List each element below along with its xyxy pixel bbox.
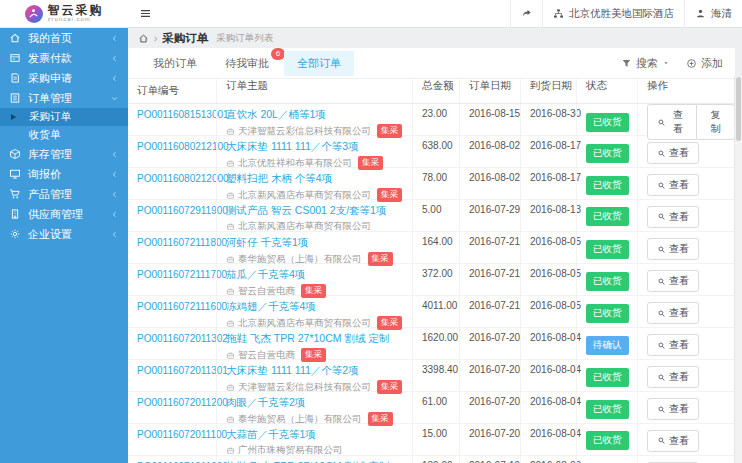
vertical-scrollbar[interactable] bbox=[734, 76, 742, 463]
order-id-link[interactable]: PO00116080212100 bbox=[137, 141, 229, 152]
order-id-link[interactable]: PO00116072111600 bbox=[137, 301, 227, 312]
action-button-查看[interactable]: 查看 bbox=[647, 104, 697, 140]
search-button[interactable]: 搜索 bbox=[621, 56, 670, 71]
status-cell: 已收货 bbox=[576, 392, 637, 426]
magnifier-icon bbox=[657, 212, 666, 221]
status-badge: 已收货 bbox=[586, 144, 629, 163]
product-icon bbox=[9, 188, 21, 200]
order-id-link[interactable]: PO00116072111800 bbox=[137, 237, 227, 248]
order-subject-link[interactable]: 塑料扫把 木柄 个等4项 bbox=[226, 172, 412, 186]
sidebar-item-产品管理[interactable]: 产品管理 bbox=[0, 184, 128, 204]
order-subject-link[interactable]: 拖鞋 飞杰 TPR 27*10CM 割绒 定制 bbox=[226, 332, 412, 346]
magnifier-icon bbox=[657, 373, 666, 382]
sidebar-item-采购申请[interactable]: 采购申请 bbox=[0, 68, 128, 88]
briefcase-icon bbox=[226, 191, 235, 200]
action-button-group: 查看 bbox=[647, 174, 699, 196]
add-button[interactable]: 添加 bbox=[686, 56, 723, 71]
action-button-查看[interactable]: 查看 bbox=[647, 238, 699, 260]
chevron-left-icon bbox=[110, 54, 119, 63]
actions-cell: 查看复制 bbox=[637, 104, 735, 140]
briefcase-icon bbox=[226, 319, 235, 328]
add-label: 添加 bbox=[701, 56, 723, 71]
action-button-查看[interactable]: 查看 bbox=[647, 174, 699, 196]
order-date: 2016-08-02 bbox=[459, 136, 520, 170]
order-date: 2016-08-02 bbox=[459, 168, 520, 202]
organization-switcher[interactable]: 北京优胜美地国际酒店 bbox=[542, 0, 684, 27]
share-button[interactable] bbox=[510, 0, 542, 27]
order-date: 2016-07-20 bbox=[459, 424, 520, 457]
action-button-查看[interactable]: 查看 bbox=[647, 430, 699, 452]
actions-cell: 查看 bbox=[637, 168, 735, 202]
order-subject-cell: 大蒜苗／千克等1项广州市珠梅贸易有限公司 bbox=[216, 424, 412, 457]
order-subject-link[interactable]: 大床床垫 1111 111／个等2项 bbox=[226, 364, 412, 378]
status-badge: 已收货 bbox=[586, 400, 629, 419]
action-button-查看[interactable]: 查看 bbox=[647, 302, 699, 324]
magnifier-icon bbox=[657, 405, 666, 414]
sidebar-item-我的首页[interactable]: 我的首页 bbox=[0, 28, 128, 48]
action-button-group: 查看 bbox=[647, 142, 699, 164]
sidebar-item-库存管理[interactable]: 库存管理 bbox=[0, 144, 128, 164]
table-row: PO00116072111800河虾仔 千克等1项泰华施贸易（上海）有限公司集采… bbox=[128, 232, 735, 264]
tab-待我审批[interactable]: 待我审批6 bbox=[212, 51, 282, 76]
sidebar: 智云采购 zruncai.com 我的首页发票付款采购申请订单管理采购订单收货单… bbox=[0, 0, 128, 463]
order-id-link[interactable]: PO00116072011200 bbox=[137, 397, 228, 408]
organization-name: 北京优胜美地国际酒店 bbox=[569, 7, 674, 21]
order-subject-link[interactable]: 茄瓜／千克等4项 bbox=[226, 268, 412, 282]
sidebar-item-询报价[interactable]: 询报价 bbox=[0, 164, 128, 184]
app-logo[interactable]: 智云采购 zruncai.com bbox=[0, 0, 128, 28]
action-button-查看[interactable]: 查看 bbox=[647, 366, 699, 388]
inventory-icon bbox=[9, 148, 21, 160]
tab-badge: 6 bbox=[271, 48, 285, 60]
order-amount: 23.00 bbox=[412, 104, 459, 140]
tab-全部订单[interactable]: 全部订单 bbox=[284, 51, 354, 76]
home-icon[interactable] bbox=[138, 33, 149, 44]
sidebar-item-label: 供应商管理 bbox=[28, 207, 83, 222]
order-subject-link[interactable]: 测试产品 智云 CS001 2支/套等1项 bbox=[226, 204, 412, 218]
order-subject-link[interactable]: 大蒜苗／千克等1项 bbox=[226, 428, 412, 442]
order-id-link[interactable]: PO00116072911900 bbox=[137, 205, 228, 216]
sidebar-item-企业设置[interactable]: 企业设置 bbox=[0, 224, 128, 244]
action-button-复制[interactable]: 复制 bbox=[697, 104, 735, 140]
tab-我的订单[interactable]: 我的订单 bbox=[140, 51, 210, 76]
order-subject-cell: 大床床垫 1111 111／个等3项北京优胜祥和布草有限公司集采 bbox=[216, 136, 412, 170]
delivery-date: 2016-08-04 bbox=[520, 392, 576, 426]
user-menu[interactable]: 海清 bbox=[684, 0, 742, 27]
toolbar: 搜索 添加 bbox=[621, 56, 723, 71]
order-subject-link[interactable]: 肉眼／千克等2项 bbox=[226, 396, 412, 410]
sidebar-item-发票付款[interactable]: 发票付款 bbox=[0, 48, 128, 68]
order-subject-link[interactable]: 河虾仔 千克等1项 bbox=[226, 236, 412, 250]
magnifier-icon bbox=[657, 277, 666, 286]
order-date: 2016-07-20 bbox=[459, 360, 520, 394]
order-id-link[interactable]: PO00116080212000 bbox=[137, 173, 229, 184]
order-id-link[interactable]: PO00116072011100 bbox=[137, 429, 227, 440]
sidebar-subitem-收货单[interactable]: 收货单 bbox=[0, 126, 128, 144]
order-date: 2016-07-19 bbox=[459, 456, 520, 463]
briefcase-icon bbox=[226, 287, 235, 296]
order-subject-link[interactable]: 冻鸡翅／千克等4项 bbox=[226, 300, 412, 314]
action-button-查看[interactable]: 查看 bbox=[647, 206, 699, 228]
action-button-label: 查看 bbox=[669, 108, 687, 136]
order-id-link[interactable]: PO00116081513001 bbox=[137, 109, 229, 120]
table-row: PO00116072111600冻鸡翅／千克等4项北京新风酒店布草商贸有限公司集… bbox=[128, 296, 735, 328]
sidebar-subitem-采购订单[interactable]: 采购订单 bbox=[0, 108, 128, 126]
sidebar-subitem-label: 收货单 bbox=[29, 128, 61, 142]
delivery-date: 2016-08-04 bbox=[520, 328, 576, 362]
order-id-link[interactable]: PO00116072011301 bbox=[137, 365, 228, 376]
scrollbar-thumb[interactable] bbox=[736, 77, 741, 141]
order-id-link[interactable]: PO00116072011302 bbox=[137, 333, 228, 344]
order-id-link[interactable]: PO00116072111700 bbox=[137, 269, 227, 280]
action-button-查看[interactable]: 查看 bbox=[647, 334, 699, 356]
table-row: PO00116081513001直饮水 20L／桶等1项天津智慧云彩信息科技有限… bbox=[128, 104, 735, 136]
action-button-查看[interactable]: 查看 bbox=[647, 142, 699, 164]
action-button-查看[interactable]: 查看 bbox=[647, 270, 699, 292]
sidebar-item-供应商管理[interactable]: 供应商管理 bbox=[0, 204, 128, 224]
order-date: 2016-08-15 bbox=[459, 104, 520, 140]
order-subject-link[interactable]: 直饮水 20L／桶等1项 bbox=[226, 108, 412, 122]
briefcase-icon bbox=[226, 415, 235, 424]
hamburger-menu-button[interactable] bbox=[128, 0, 163, 27]
order-subject-link[interactable]: 大床床垫 1111 111／个等3项 bbox=[226, 140, 412, 154]
sidebar-item-订单管理[interactable]: 订单管理 bbox=[0, 88, 128, 108]
sidebar-item-label: 发票付款 bbox=[28, 51, 72, 66]
status-cell: 已收货 bbox=[576, 424, 637, 457]
action-button-查看[interactable]: 查看 bbox=[647, 398, 699, 420]
